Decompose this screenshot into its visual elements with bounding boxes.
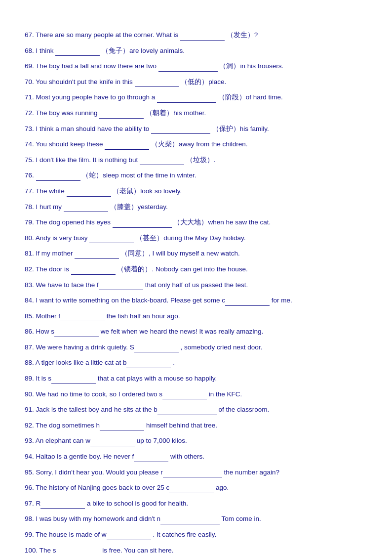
line-text-after: in the KFC. <box>209 390 242 398</box>
line-number: 69. <box>25 62 34 70</box>
exercise-line: 74. You should keep these （火柴）away from … <box>25 139 367 150</box>
line-number: 77. <box>25 187 34 195</box>
exercise-line: 83. We have to face the f that only half… <box>25 280 367 291</box>
line-number: 100. <box>25 547 38 554</box>
line-text-before: Most young people have to go through a <box>36 93 156 101</box>
line-text-before: The house is made of w <box>36 531 106 538</box>
answer-blank[interactable] <box>40 501 85 509</box>
line-number: 84. <box>25 297 34 304</box>
line-number: 73. <box>25 125 34 132</box>
answer-blank[interactable] <box>134 344 179 352</box>
answer-blank[interactable] <box>36 173 80 181</box>
answer-blank[interactable] <box>99 110 144 118</box>
answer-blank[interactable] <box>60 313 105 321</box>
line-text-before: Sorry, I didn't hear you. Would you plea… <box>36 469 163 476</box>
answer-blank[interactable] <box>55 48 100 56</box>
line-text-before: It is s <box>36 375 52 382</box>
answer-blank[interactable] <box>67 188 111 196</box>
line-text-before: The white <box>36 187 65 195</box>
hint: （蛇）sleep most of the time in winter. <box>82 171 196 179</box>
line-number: 72. <box>25 109 34 117</box>
line-number: 95. <box>25 469 34 476</box>
exercise-line: 79. The dog opened his eyes （大大地）when he… <box>25 217 367 228</box>
line-number: 90. <box>25 390 34 398</box>
answer-blank[interactable] <box>51 376 96 384</box>
line-number: 96. <box>25 484 34 491</box>
line-text-before: Mother f <box>36 312 61 320</box>
line-text-before: I was busy with my homework and didn't n <box>36 515 160 522</box>
line-text-before: How s <box>36 328 55 335</box>
line-number: 74. <box>25 140 34 148</box>
line-number: 79. <box>25 218 34 226</box>
line-text-after: himself behind that tree. <box>146 422 217 429</box>
answer-blank[interactable] <box>160 516 220 524</box>
answer-blank[interactable] <box>90 438 135 446</box>
answer-blank[interactable] <box>162 391 207 399</box>
line-text-before: The dog sometimes h <box>36 422 100 429</box>
answer-blank[interactable] <box>54 329 99 337</box>
line-number: 75. <box>25 156 34 164</box>
answer-blank[interactable] <box>71 266 116 274</box>
answer-blank[interactable] <box>163 470 222 477</box>
hint: （火柴）away from the children. <box>151 140 248 148</box>
answer-blank[interactable] <box>64 204 108 212</box>
answer-blank[interactable] <box>158 64 218 72</box>
hint: （垃圾）. <box>186 156 216 164</box>
answer-blank[interactable] <box>135 79 179 87</box>
line-number: 81. <box>25 250 34 257</box>
line-text-after: Tom come in. <box>222 515 261 522</box>
answer-blank[interactable] <box>113 220 172 228</box>
exercise-line: 82. The door is （锁着的）. Nobody can get in… <box>25 264 367 275</box>
exercise-line: 67. There are so many people at the corn… <box>25 30 367 41</box>
line-number: 70. <box>25 78 34 85</box>
exercise-line: 85. Mother f the fish half an hour ago. <box>25 311 367 322</box>
answer-blank[interactable] <box>100 423 144 430</box>
exercise-line: 68. I think （兔子）are lovely animals. <box>25 45 367 56</box>
line-text-before: We were having a drink quietly. S <box>36 343 134 351</box>
exercise-line: 72. The boy was running （朝着）his mother. <box>25 108 367 119</box>
line-number: 76. <box>25 171 34 179</box>
line-text-after: the fish half an hour ago. <box>107 312 180 320</box>
exercise-line: 97. R a bike to school is good for healt… <box>25 498 367 509</box>
line-text-before: There are so many people at the corner. … <box>36 31 178 39</box>
answer-blank[interactable] <box>126 360 171 368</box>
hint: （膝盖）yesterday. <box>110 203 168 211</box>
exercise-line: 89. It is s that a cat plays with a mous… <box>25 373 367 384</box>
hint: （同意）, I will buy myself a new watch. <box>121 250 240 257</box>
line-text-before: The boy had a fall and now there are two <box>36 62 157 70</box>
answer-blank[interactable] <box>75 251 119 259</box>
answer-blank[interactable] <box>105 142 149 150</box>
answer-blank[interactable] <box>99 282 143 290</box>
answer-blank[interactable] <box>134 454 168 462</box>
exercise-line: 75. I don't like the film. It is nothing… <box>25 155 367 166</box>
line-number: 71. <box>25 93 34 101</box>
answer-blank[interactable] <box>56 548 101 555</box>
exercise-line: 70. You shouldn't put the knife in this … <box>25 77 367 87</box>
answer-blank[interactable] <box>157 407 217 415</box>
line-number: 86. <box>25 328 34 335</box>
line-number: 94. <box>25 453 34 460</box>
line-text-after: we felt when we heard the news! It was r… <box>101 328 263 335</box>
exercise-line: 91. Jack is the tallest boy and he sits … <box>25 404 367 415</box>
line-number: 99. <box>25 531 34 538</box>
answer-blank[interactable] <box>140 157 184 165</box>
line-text-after: is free. You can sit here. <box>102 547 173 554</box>
answer-blank[interactable] <box>169 485 214 493</box>
answer-blank[interactable] <box>89 235 134 243</box>
line-text-before: An elephant can w <box>36 437 90 444</box>
answer-blank[interactable] <box>225 298 270 306</box>
hint: （兔子）are lovely animals. <box>102 47 185 54</box>
answer-blank[interactable] <box>180 32 225 40</box>
line-text-after: of the classroom. <box>218 406 269 413</box>
line-text-before: R <box>36 500 41 507</box>
answer-blank[interactable] <box>151 126 210 134</box>
answer-blank[interactable] <box>107 532 151 540</box>
exercise-line: 88. A tiger looks like a little cat at b… <box>25 357 367 368</box>
exercise-line: 76. （蛇）sleep most of the time in winter. <box>25 170 367 181</box>
line-text-before: If my mother <box>36 250 73 257</box>
line-text-before: You shouldn't put the knife in this <box>36 78 132 85</box>
hint: （锁着的）. Nobody can get into the house. <box>117 265 247 273</box>
line-number: 68. <box>25 47 34 54</box>
answer-blank[interactable] <box>157 95 216 103</box>
line-text-after: that only half of us passed the test. <box>145 281 248 289</box>
